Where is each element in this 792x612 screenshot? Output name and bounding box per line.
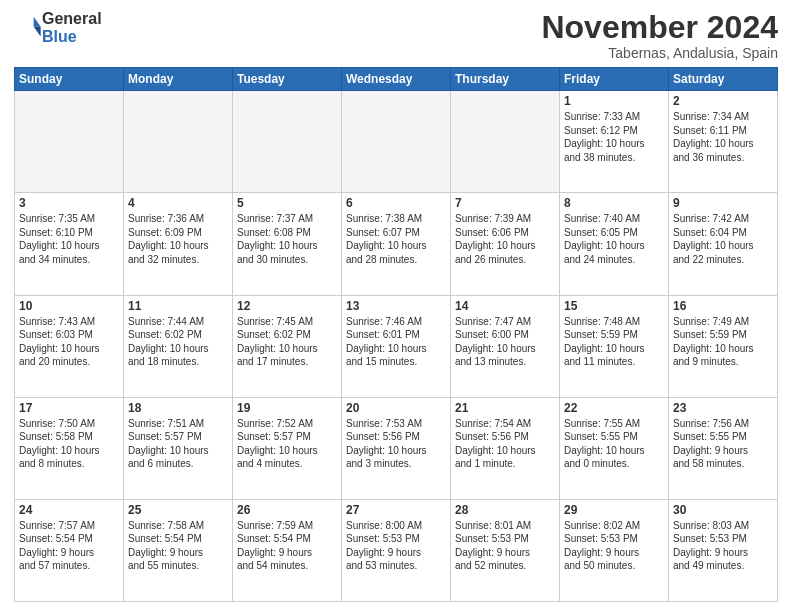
weekday-header-wednesday: Wednesday [342, 68, 451, 91]
day-info: Sunrise: 7:38 AM Sunset: 6:07 PM Dayligh… [346, 212, 446, 266]
calendar-cell: 23Sunrise: 7:56 AM Sunset: 5:55 PM Dayli… [669, 397, 778, 499]
calendar-cell: 30Sunrise: 8:03 AM Sunset: 5:53 PM Dayli… [669, 499, 778, 601]
calendar-cell: 17Sunrise: 7:50 AM Sunset: 5:58 PM Dayli… [15, 397, 124, 499]
calendar-cell [15, 91, 124, 193]
calendar-cell: 9Sunrise: 7:42 AM Sunset: 6:04 PM Daylig… [669, 193, 778, 295]
calendar-cell [342, 91, 451, 193]
day-number: 18 [128, 401, 228, 415]
day-info: Sunrise: 7:42 AM Sunset: 6:04 PM Dayligh… [673, 212, 773, 266]
title-block: November 2024 Tabernas, Andalusia, Spain [541, 10, 778, 61]
day-number: 29 [564, 503, 664, 517]
calendar-cell [451, 91, 560, 193]
day-number: 27 [346, 503, 446, 517]
calendar-cell: 16Sunrise: 7:49 AM Sunset: 5:59 PM Dayli… [669, 295, 778, 397]
day-number: 24 [19, 503, 119, 517]
calendar-cell: 11Sunrise: 7:44 AM Sunset: 6:02 PM Dayli… [124, 295, 233, 397]
day-info: Sunrise: 7:33 AM Sunset: 6:12 PM Dayligh… [564, 110, 664, 164]
day-info: Sunrise: 7:49 AM Sunset: 5:59 PM Dayligh… [673, 315, 773, 369]
logo-text: General Blue [42, 10, 102, 45]
day-info: Sunrise: 8:00 AM Sunset: 5:53 PM Dayligh… [346, 519, 446, 573]
header: General Blue November 2024 Tabernas, And… [14, 10, 778, 61]
day-number: 6 [346, 196, 446, 210]
week-row-3: 17Sunrise: 7:50 AM Sunset: 5:58 PM Dayli… [15, 397, 778, 499]
weekday-header-friday: Friday [560, 68, 669, 91]
calendar-cell: 26Sunrise: 7:59 AM Sunset: 5:54 PM Dayli… [233, 499, 342, 601]
day-number: 12 [237, 299, 337, 313]
day-info: Sunrise: 7:40 AM Sunset: 6:05 PM Dayligh… [564, 212, 664, 266]
day-info: Sunrise: 7:36 AM Sunset: 6:09 PM Dayligh… [128, 212, 228, 266]
svg-marker-0 [34, 16, 41, 26]
calendar-cell: 22Sunrise: 7:55 AM Sunset: 5:55 PM Dayli… [560, 397, 669, 499]
day-number: 9 [673, 196, 773, 210]
weekday-header-sunday: Sunday [15, 68, 124, 91]
week-row-1: 3Sunrise: 7:35 AM Sunset: 6:10 PM Daylig… [15, 193, 778, 295]
day-info: Sunrise: 7:52 AM Sunset: 5:57 PM Dayligh… [237, 417, 337, 471]
day-info: Sunrise: 7:55 AM Sunset: 5:55 PM Dayligh… [564, 417, 664, 471]
day-number: 11 [128, 299, 228, 313]
calendar-cell: 1Sunrise: 7:33 AM Sunset: 6:12 PM Daylig… [560, 91, 669, 193]
day-number: 15 [564, 299, 664, 313]
calendar-cell: 18Sunrise: 7:51 AM Sunset: 5:57 PM Dayli… [124, 397, 233, 499]
calendar-cell: 19Sunrise: 7:52 AM Sunset: 5:57 PM Dayli… [233, 397, 342, 499]
day-number: 30 [673, 503, 773, 517]
day-number: 5 [237, 196, 337, 210]
calendar-cell: 27Sunrise: 8:00 AM Sunset: 5:53 PM Dayli… [342, 499, 451, 601]
day-number: 10 [19, 299, 119, 313]
calendar-table: SundayMondayTuesdayWednesdayThursdayFrid… [14, 67, 778, 602]
day-info: Sunrise: 7:53 AM Sunset: 5:56 PM Dayligh… [346, 417, 446, 471]
day-info: Sunrise: 7:44 AM Sunset: 6:02 PM Dayligh… [128, 315, 228, 369]
day-number: 20 [346, 401, 446, 415]
day-number: 8 [564, 196, 664, 210]
day-number: 28 [455, 503, 555, 517]
location: Tabernas, Andalusia, Spain [541, 45, 778, 61]
day-info: Sunrise: 8:01 AM Sunset: 5:53 PM Dayligh… [455, 519, 555, 573]
calendar-cell: 25Sunrise: 7:58 AM Sunset: 5:54 PM Dayli… [124, 499, 233, 601]
weekday-header-saturday: Saturday [669, 68, 778, 91]
logo-icon [14, 14, 42, 42]
day-info: Sunrise: 7:35 AM Sunset: 6:10 PM Dayligh… [19, 212, 119, 266]
day-number: 3 [19, 196, 119, 210]
day-info: Sunrise: 7:59 AM Sunset: 5:54 PM Dayligh… [237, 519, 337, 573]
day-number: 7 [455, 196, 555, 210]
weekday-header-tuesday: Tuesday [233, 68, 342, 91]
day-number: 19 [237, 401, 337, 415]
day-info: Sunrise: 7:54 AM Sunset: 5:56 PM Dayligh… [455, 417, 555, 471]
calendar-cell: 13Sunrise: 7:46 AM Sunset: 6:01 PM Dayli… [342, 295, 451, 397]
day-info: Sunrise: 7:48 AM Sunset: 5:59 PM Dayligh… [564, 315, 664, 369]
day-info: Sunrise: 7:50 AM Sunset: 5:58 PM Dayligh… [19, 417, 119, 471]
calendar-cell: 5Sunrise: 7:37 AM Sunset: 6:08 PM Daylig… [233, 193, 342, 295]
day-number: 23 [673, 401, 773, 415]
calendar-cell: 20Sunrise: 7:53 AM Sunset: 5:56 PM Dayli… [342, 397, 451, 499]
day-info: Sunrise: 8:03 AM Sunset: 5:53 PM Dayligh… [673, 519, 773, 573]
calendar-cell: 24Sunrise: 7:57 AM Sunset: 5:54 PM Dayli… [15, 499, 124, 601]
page: General Blue November 2024 Tabernas, And… [0, 0, 792, 612]
day-number: 13 [346, 299, 446, 313]
weekday-header-row: SundayMondayTuesdayWednesdayThursdayFrid… [15, 68, 778, 91]
day-info: Sunrise: 7:57 AM Sunset: 5:54 PM Dayligh… [19, 519, 119, 573]
day-number: 4 [128, 196, 228, 210]
calendar-cell: 3Sunrise: 7:35 AM Sunset: 6:10 PM Daylig… [15, 193, 124, 295]
month-title: November 2024 [541, 10, 778, 45]
day-number: 14 [455, 299, 555, 313]
day-info: Sunrise: 7:43 AM Sunset: 6:03 PM Dayligh… [19, 315, 119, 369]
calendar-cell: 12Sunrise: 7:45 AM Sunset: 6:02 PM Dayli… [233, 295, 342, 397]
calendar-cell: 29Sunrise: 8:02 AM Sunset: 5:53 PM Dayli… [560, 499, 669, 601]
day-number: 25 [128, 503, 228, 517]
day-number: 22 [564, 401, 664, 415]
day-number: 16 [673, 299, 773, 313]
weekday-header-monday: Monday [124, 68, 233, 91]
calendar-cell: 6Sunrise: 7:38 AM Sunset: 6:07 PM Daylig… [342, 193, 451, 295]
day-number: 26 [237, 503, 337, 517]
day-info: Sunrise: 7:37 AM Sunset: 6:08 PM Dayligh… [237, 212, 337, 266]
day-info: Sunrise: 7:46 AM Sunset: 6:01 PM Dayligh… [346, 315, 446, 369]
day-number: 2 [673, 94, 773, 108]
day-info: Sunrise: 8:02 AM Sunset: 5:53 PM Dayligh… [564, 519, 664, 573]
calendar-cell: 8Sunrise: 7:40 AM Sunset: 6:05 PM Daylig… [560, 193, 669, 295]
week-row-4: 24Sunrise: 7:57 AM Sunset: 5:54 PM Dayli… [15, 499, 778, 601]
calendar-cell: 21Sunrise: 7:54 AM Sunset: 5:56 PM Dayli… [451, 397, 560, 499]
day-info: Sunrise: 7:51 AM Sunset: 5:57 PM Dayligh… [128, 417, 228, 471]
calendar-cell: 7Sunrise: 7:39 AM Sunset: 6:06 PM Daylig… [451, 193, 560, 295]
day-number: 21 [455, 401, 555, 415]
calendar-cell: 10Sunrise: 7:43 AM Sunset: 6:03 PM Dayli… [15, 295, 124, 397]
calendar-cell [124, 91, 233, 193]
